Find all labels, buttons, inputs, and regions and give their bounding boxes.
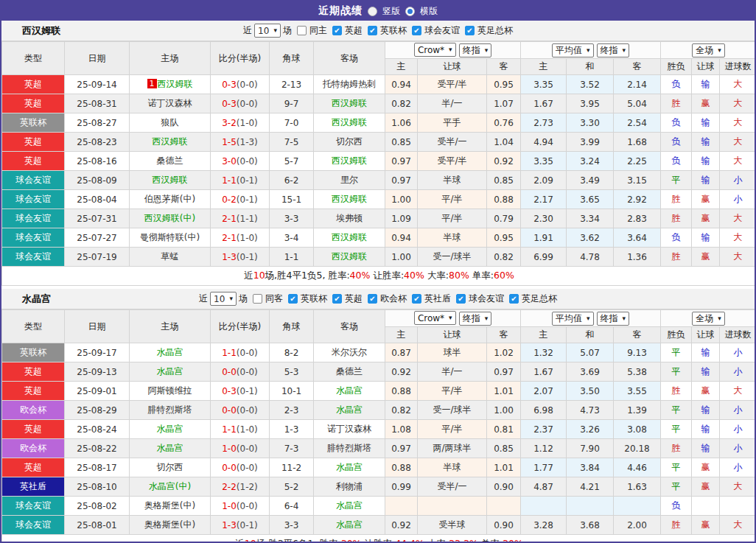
home-team-name[interactable]: 西汉姆联	[158, 79, 193, 89]
score-cell[interactable]: 1-3(0-1)	[211, 516, 270, 535]
league-filter-checkbox-0[interactable]: ✔	[288, 294, 298, 304]
avg-type-select[interactable]: 平均值▾	[552, 43, 594, 57]
handicap-line	[418, 497, 487, 516]
avg-final-select[interactable]: 终指▾	[597, 43, 630, 57]
home-team-name[interactable]: 西汉姆联(中)	[144, 213, 195, 223]
away-team-name[interactable]: 西汉姆联	[332, 251, 367, 262]
league-filter-checkbox-3[interactable]: ✔	[465, 26, 475, 35]
avg-type-select[interactable]: 平均值▾	[552, 312, 594, 326]
home-team-name[interactable]: 桑德兰	[157, 155, 183, 166]
result-handicap: 赢	[692, 382, 720, 401]
away-team-name[interactable]: 水晶宫	[336, 385, 363, 396]
score-cell[interactable]: 0-0(0-0)	[211, 458, 270, 477]
home-team-name[interactable]: 水晶宫	[157, 424, 183, 434]
home-team-name[interactable]: 曼彻斯特联(中)	[140, 232, 200, 242]
home-team-name[interactable]: 阿斯顿维拉	[148, 385, 192, 396]
radio-horizontal-layout[interactable]	[405, 7, 415, 16]
away-team-name[interactable]: 西汉姆联	[332, 155, 367, 166]
score-cell[interactable]: 2-1(1-1)	[211, 209, 270, 228]
home-team-name[interactable]: 水晶宫	[157, 347, 183, 357]
home-team-name[interactable]: 腓特烈斯塔	[148, 404, 192, 415]
radio-vertical-layout[interactable]	[368, 7, 377, 16]
away-team-name[interactable]: 埃弗顿	[336, 213, 363, 223]
home-team-name[interactable]: 狼队	[161, 117, 179, 127]
away-team-name[interactable]: 利物浦	[336, 481, 363, 491]
home-team-name[interactable]: 草蜢	[161, 251, 179, 262]
scope-select[interactable]: 全场▾	[692, 43, 725, 57]
score-cell[interactable]: 0-2(0-1)	[211, 190, 270, 209]
away-team-name[interactable]: 水晶宫	[336, 404, 363, 415]
same-venue-checkbox[interactable]	[253, 294, 262, 304]
scope-select[interactable]: 全场▾	[692, 312, 725, 326]
home-team-name[interactable]: 西汉姆联	[153, 136, 188, 147]
odds-company-select[interactable]: Crow*▾	[414, 311, 456, 325]
score-cell[interactable]: 1-0(0-0)	[211, 439, 270, 458]
score-cell[interactable]: 1-1(0-1)	[211, 171, 270, 190]
league-filter-checkbox-0[interactable]: ✔	[332, 26, 342, 35]
avg-final-select[interactable]: 终指▾	[597, 312, 630, 326]
home-team-name[interactable]: 水晶宫(中)	[149, 481, 191, 491]
away-team-cell: 水晶宫	[314, 497, 385, 516]
result-goals: 小	[720, 190, 756, 209]
away-team-name[interactable]: 托特纳姆热刺	[323, 79, 376, 89]
result-handicap: 输	[692, 420, 720, 439]
league-filter-checkbox-3[interactable]: ✔	[412, 294, 421, 304]
league-filter-checkbox-2[interactable]: ✔	[368, 294, 377, 304]
score-cell[interactable]: 0-0(0-0)	[211, 362, 270, 382]
score-cell[interactable]: 3-2(1-0)	[211, 113, 270, 133]
score-cell[interactable]: 2-2(1-2)	[211, 477, 270, 497]
home-team-name[interactable]: 切尔西	[157, 462, 183, 472]
recent-count-select[interactable]: 10▾	[210, 292, 237, 306]
avg-draw-odds: 3.84	[567, 458, 614, 477]
score-cell[interactable]: 1-5(1-3)	[211, 133, 270, 152]
away-team-name[interactable]: 西汉姆联	[332, 98, 367, 108]
summary-stat-value: 60%	[494, 270, 514, 281]
score-cell[interactable]: 0-3(0-1)	[211, 382, 270, 401]
home-team-name[interactable]: 诺丁汉森林	[148, 98, 192, 108]
away-team-name[interactable]: 水晶宫	[336, 519, 363, 530]
summary-stat-value: 40%	[350, 270, 371, 281]
away-team-name[interactable]: 西汉姆联	[332, 117, 367, 127]
score-cell[interactable]: 0-0(0-0)	[211, 401, 270, 420]
match-row: 球会友谊25-07-27曼彻斯特联(中)2-1(1-0)3-4西汉姆联0.94半…	[2, 228, 756, 248]
away-team-name[interactable]: 切尔西	[336, 136, 363, 147]
recent-count-select[interactable]: 10▾	[254, 24, 281, 38]
away-team-name[interactable]: 里尔	[340, 175, 358, 185]
away-team-name[interactable]: 水晶宫	[336, 462, 363, 472]
odds-final-select[interactable]: 终指▾	[459, 312, 492, 326]
league-filter-checkbox-1[interactable]: ✔	[368, 26, 377, 35]
home-team-name[interactable]: 伯恩茅斯(中)	[144, 194, 195, 204]
score-cell[interactable]: 2-1(1-0)	[211, 228, 270, 248]
home-team-name[interactable]: 奥格斯堡(中)	[144, 519, 195, 530]
home-team-name[interactable]: 西汉姆联	[153, 175, 188, 185]
result-winlose: 平	[661, 420, 692, 439]
score-cell[interactable]: 1-1(0-0)	[211, 343, 270, 362]
home-team-name[interactable]: 水晶宫	[157, 366, 183, 376]
away-team-name[interactable]: 桑德兰	[336, 366, 363, 376]
league-filter-checkbox-2[interactable]: ✔	[412, 26, 421, 35]
league-filter-checkbox-1[interactable]: ✔	[332, 294, 342, 304]
away-team-name[interactable]: 腓特烈斯塔	[327, 443, 371, 453]
page-title: 近期战绩	[318, 4, 363, 18]
away-team-name[interactable]: 米尔沃尔	[332, 347, 367, 357]
home-team-name[interactable]: 水晶宫	[157, 443, 183, 453]
home-team-name[interactable]: 奥格斯堡(中)	[144, 500, 195, 511]
away-team-name[interactable]: 西汉姆联	[332, 232, 367, 242]
score-cell[interactable]: 3-0(0-0)	[211, 152, 270, 171]
score-cell[interactable]: 0-3(0-0)	[211, 94, 270, 113]
odds-company-select[interactable]: Crow*▾	[414, 43, 456, 57]
same-venue-checkbox[interactable]	[297, 26, 307, 35]
league-filter-checkbox-4[interactable]: ✔	[456, 294, 466, 304]
col-subheader: 主	[521, 59, 567, 75]
score-cell[interactable]: 1-1(1-0)	[211, 420, 270, 439]
league-badge: 球会友谊	[2, 209, 65, 228]
away-team-name[interactable]: 西汉姆联	[332, 194, 367, 204]
score-cell[interactable]: 1-3(0-1)	[211, 248, 270, 267]
chevron-down-icon: ▾	[485, 47, 489, 54]
league-filter-checkbox-5[interactable]: ✔	[509, 294, 519, 304]
away-team-name[interactable]: 水晶宫	[336, 500, 363, 511]
score-cell[interactable]: 0-3(0-0)	[211, 75, 270, 94]
score-cell[interactable]: 1-0(0-0)	[211, 497, 270, 516]
odds-final-select[interactable]: 终指▾	[459, 43, 492, 57]
away-team-name[interactable]: 诺丁汉森林	[327, 424, 371, 434]
